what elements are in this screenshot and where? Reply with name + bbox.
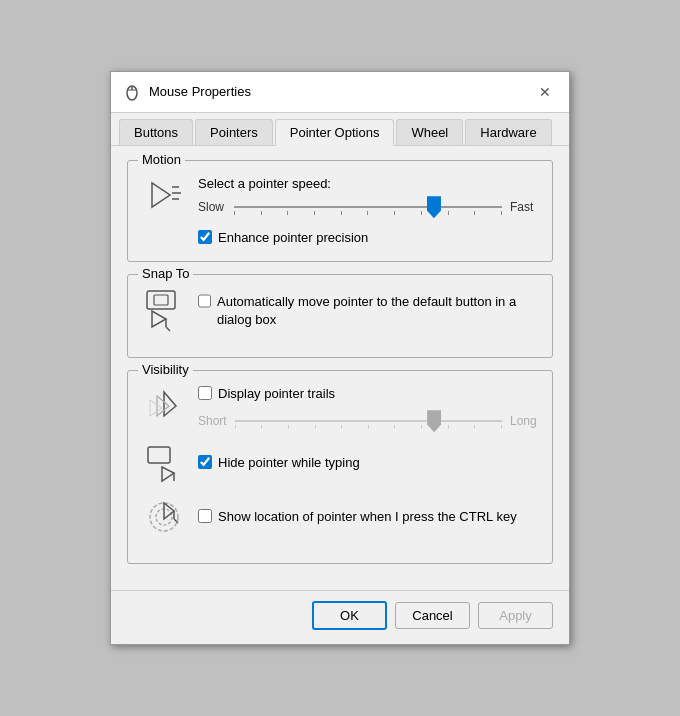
snap-to-row: Automatically move pointer to the defaul… <box>142 289 538 333</box>
visibility-section: Visibility Display pointer t <box>127 370 553 564</box>
trails-slider-line <box>235 420 502 422</box>
long-label: Long <box>510 414 538 428</box>
motion-icon <box>142 175 186 219</box>
trails-checkbox[interactable] <box>198 386 212 400</box>
snap-to-content: Automatically move pointer to the defaul… <box>198 293 538 329</box>
trails-slider-ticks <box>235 425 502 429</box>
svg-rect-7 <box>147 291 175 309</box>
short-label: Short <box>198 414 227 428</box>
hide-pointer-content: Hide pointer while typing <box>198 454 538 472</box>
enhance-precision-checkbox[interactable] <box>198 230 212 244</box>
ok-button[interactable]: OK <box>312 601 387 630</box>
window-title: Mouse Properties <box>149 84 251 99</box>
hide-pointer-checkbox-row: Hide pointer while typing <box>198 454 538 472</box>
slider-ticks <box>234 211 502 215</box>
trails-row: Display pointer trails Short <box>142 385 538 431</box>
trails-label[interactable]: Display pointer trails <box>218 385 335 403</box>
tab-bar: Buttons Pointers Pointer Options Wheel H… <box>111 113 569 146</box>
svg-marker-3 <box>152 183 170 207</box>
slider-line <box>234 206 502 208</box>
svg-rect-15 <box>148 447 170 463</box>
show-location-label[interactable]: Show location of pointer when I press th… <box>218 508 517 526</box>
show-location-content: Show location of pointer when I press th… <box>198 508 538 526</box>
auto-move-row: Automatically move pointer to the defaul… <box>198 293 538 329</box>
show-location-row: Show location of pointer when I press th… <box>142 495 538 539</box>
visibility-title: Visibility <box>138 362 193 377</box>
snap-to-title: Snap To <box>138 266 193 281</box>
tab-wheel[interactable]: Wheel <box>396 119 463 145</box>
apply-button[interactable]: Apply <box>478 602 553 629</box>
show-location-checkbox-row: Show location of pointer when I press th… <box>198 508 538 526</box>
mouse-properties-window: Mouse Properties ✕ Buttons Pointers Poin… <box>110 71 570 645</box>
slow-label: Slow <box>198 200 226 214</box>
trails-slider-row: Short <box>198 411 538 431</box>
tab-buttons[interactable]: Buttons <box>119 119 193 145</box>
svg-marker-16 <box>162 467 174 481</box>
title-bar-left: Mouse Properties <box>123 83 251 101</box>
hide-pointer-label[interactable]: Hide pointer while typing <box>218 454 360 472</box>
close-button[interactable]: ✕ <box>533 80 557 104</box>
tab-pointers[interactable]: Pointers <box>195 119 273 145</box>
trails-icon <box>142 386 186 430</box>
trails-content: Display pointer trails Short <box>198 385 538 431</box>
speed-label: Select a pointer speed: <box>198 176 538 191</box>
snap-to-section: Snap To <box>127 274 553 358</box>
trails-slider <box>235 411 502 431</box>
tab-hardware[interactable]: Hardware <box>465 119 551 145</box>
dialog-footer: OK Cancel Apply <box>111 590 569 644</box>
hide-pointer-checkbox[interactable] <box>198 455 212 469</box>
snap-to-label[interactable]: Automatically move pointer to the defaul… <box>217 293 538 329</box>
enhance-precision-label[interactable]: Enhance pointer precision <box>218 229 368 247</box>
speed-slider-row: Slow Fast <box>198 197 538 217</box>
motion-section-inner: Select a pointer speed: Slow <box>142 175 538 247</box>
snap-to-icon <box>142 289 186 333</box>
show-location-checkbox[interactable] <box>198 509 212 523</box>
motion-row: Select a pointer speed: Slow <box>142 175 538 219</box>
tab-content: Motion Select a pointer speed: <box>111 146 569 590</box>
show-location-icon <box>142 495 186 539</box>
cancel-button[interactable]: Cancel <box>395 602 470 629</box>
trails-checkbox-row: Display pointer trails <box>198 385 538 403</box>
hide-pointer-row: Hide pointer while typing <box>142 441 538 485</box>
speed-slider[interactable] <box>234 197 502 217</box>
snap-to-checkbox[interactable] <box>198 294 211 308</box>
fast-label: Fast <box>510 200 538 214</box>
motion-section-title: Motion <box>138 152 185 167</box>
title-bar: Mouse Properties ✕ <box>111 72 569 113</box>
hide-pointer-icon <box>142 441 186 485</box>
svg-marker-9 <box>152 311 166 327</box>
mouse-icon <box>123 83 141 101</box>
motion-section: Motion Select a pointer speed: <box>127 160 553 262</box>
svg-rect-8 <box>154 295 168 305</box>
motion-content: Select a pointer speed: Slow <box>198 176 538 217</box>
snap-to-inner: Automatically move pointer to the defaul… <box>142 289 538 333</box>
enhance-precision-row: Enhance pointer precision <box>198 229 538 247</box>
svg-line-11 <box>166 327 170 331</box>
visibility-inner: Display pointer trails Short <box>142 385 538 539</box>
tab-pointer-options[interactable]: Pointer Options <box>275 119 395 146</box>
